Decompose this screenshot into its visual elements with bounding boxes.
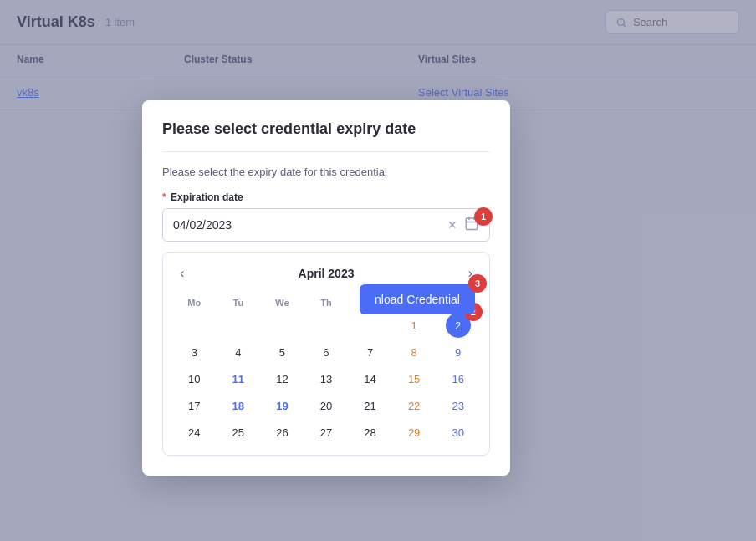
cal-day-12[interactable]: 12 <box>269 366 294 391</box>
calendar: ‹ April 2023 › Mo Tu We Th Fr Sa Su <box>162 252 490 456</box>
cal-day-26[interactable]: 26 <box>269 420 294 445</box>
cal-day-20[interactable]: 20 <box>314 393 339 418</box>
cal-day-27[interactable]: 27 <box>314 420 339 445</box>
cal-day-22[interactable]: 22 <box>401 393 427 418</box>
modal-title: Please select credential expiry date <box>162 120 490 152</box>
cal-day-10[interactable]: 10 <box>181 366 207 391</box>
download-credential-button[interactable]: nload Credential 3 <box>360 284 475 314</box>
cal-day-24[interactable]: 24 <box>181 420 207 445</box>
cal-day-15[interactable]: 15 <box>401 366 427 391</box>
calendar-header: ‹ April 2023 › <box>173 263 479 284</box>
cal-day-30[interactable]: 30 <box>446 420 471 445</box>
cal-day-17[interactable]: 17 <box>181 393 207 418</box>
cal-day-3[interactable]: 3 <box>181 339 207 365</box>
cal-day-empty <box>358 313 383 338</box>
calendar-grid: Mo Tu We Th Fr Sa Su 1 <box>173 294 479 445</box>
modal-subtitle: Please select the expiry date for this c… <box>162 166 490 178</box>
main-content: Virtual K8s 1 item Name Cluster Status V… <box>0 0 756 541</box>
cal-day-header-mo: Mo <box>173 294 216 311</box>
cal-day-21[interactable]: 21 <box>358 393 383 418</box>
cal-day-28[interactable]: 28 <box>358 420 383 445</box>
field-label: * Expiration date <box>162 191 490 203</box>
cal-day-empty <box>181 313 207 338</box>
cal-day-19[interactable]: 19 <box>269 393 294 418</box>
cal-day-empty <box>314 313 339 338</box>
cal-day-16[interactable]: 16 <box>446 366 471 391</box>
cal-day-13[interactable]: 13 <box>314 366 339 391</box>
cal-day-2[interactable]: 2 2 <box>446 313 471 338</box>
cal-day-7[interactable]: 7 <box>358 339 383 365</box>
date-clear-button[interactable]: ✕ <box>447 218 457 232</box>
download-btn-area: nload Credential 3 <box>360 284 475 314</box>
cal-day-25[interactable]: 25 <box>226 420 251 445</box>
calendar-month-year: April 2023 <box>299 267 355 280</box>
cal-day-header-we: We <box>261 294 304 311</box>
cal-day-23[interactable]: 23 <box>446 393 471 418</box>
required-star: * <box>162 191 166 203</box>
cal-day-header-tu: Tu <box>217 294 260 311</box>
date-input-wrapper: ✕ 1 <box>162 208 490 242</box>
badge-1: 1 <box>474 207 493 226</box>
overlay: Please select credential expiry date Ple… <box>0 0 756 541</box>
cal-day-6[interactable]: 6 <box>314 339 339 365</box>
cal-day-1[interactable]: 1 <box>401 313 427 338</box>
cal-day-5[interactable]: 5 <box>269 339 294 365</box>
cal-day-14[interactable]: 14 <box>358 366 383 391</box>
cal-day-empty <box>226 313 251 338</box>
cal-day-4[interactable]: 4 <box>226 339 251 365</box>
prev-month-button[interactable]: ‹ <box>173 263 191 284</box>
cal-day-empty <box>269 313 294 338</box>
cal-day-8[interactable]: 8 <box>401 339 427 365</box>
cal-day-11[interactable]: 11 <box>226 366 251 391</box>
cal-day-29[interactable]: 29 <box>401 420 427 445</box>
cal-day-header-th: Th <box>305 294 348 311</box>
date-input[interactable] <box>173 218 447 232</box>
cal-day-18[interactable]: 18 <box>226 393 251 418</box>
badge-3: 3 <box>468 274 487 293</box>
calendar-icon-wrapper: 1 <box>464 216 479 234</box>
cal-day-9[interactable]: 9 <box>446 339 471 365</box>
